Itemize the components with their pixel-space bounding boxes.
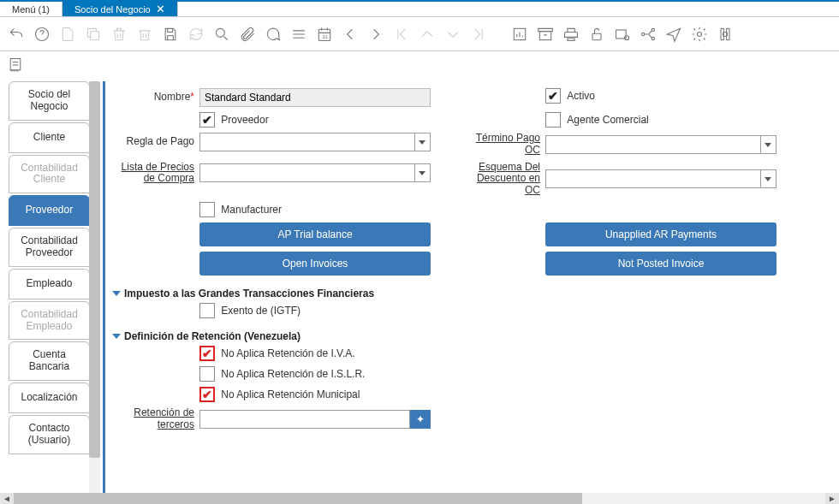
- delete2-icon[interactable]: [135, 25, 154, 44]
- sidetab-proveedor[interactable]: Proveedor: [9, 195, 90, 226]
- side-tabs: Socio del Negocio Cliente Contabilidad C…: [9, 81, 90, 456]
- calendar-icon[interactable]: 31: [315, 25, 334, 44]
- label-activo: Activo: [567, 90, 595, 102]
- close-icon[interactable]: ✕: [156, 3, 165, 15]
- label-regla: Regla de Pago: [114, 136, 199, 148]
- lock-icon[interactable]: [587, 25, 606, 44]
- undo-icon[interactable]: [7, 25, 26, 44]
- new-icon[interactable]: [58, 25, 77, 44]
- list-icon[interactable]: [289, 25, 308, 44]
- label-agente: Agente Comercial: [567, 114, 648, 126]
- window-tabbar: Menú (1) Socio del Negocio ✕: [0, 0, 839, 17]
- first-icon[interactable]: [392, 25, 411, 44]
- tab-menu[interactable]: Menú (1): [0, 2, 62, 16]
- sidetab-scrollbar[interactable]: [89, 81, 100, 496]
- svg-rect-7: [592, 33, 601, 39]
- label-exento: Exento de (IGTF): [221, 305, 300, 317]
- section-retencion-title: Definición de Retención (Venezuela): [124, 330, 300, 342]
- label-lista[interactable]: Lista de Precios de Compra: [114, 162, 199, 186]
- archive-icon[interactable]: [536, 25, 555, 44]
- label-terceros[interactable]: Retención de terceros: [114, 407, 199, 431]
- sidetab-socio[interactable]: Socio del Negocio: [9, 81, 90, 121]
- section-igtf-title: Impuesto a las Grandes Transacciones Fin…: [124, 288, 374, 299]
- prev-icon[interactable]: [341, 25, 360, 44]
- svg-point-11: [652, 28, 654, 31]
- lookup-terceros-button[interactable]: ✦: [410, 410, 431, 429]
- scroll-left-icon[interactable]: ◄: [0, 493, 14, 504]
- form-panel: Nombre Activo Proveedor Agente Comercial: [103, 81, 836, 495]
- tab-socio[interactable]: Socio del Negocio ✕: [62, 2, 178, 16]
- receipt-icon[interactable]: [7, 56, 24, 74]
- label-proveedor: Proveedor: [221, 114, 268, 126]
- down-icon[interactable]: [443, 25, 462, 44]
- label-muni: No Aplica Retención Municipal: [221, 388, 360, 400]
- checkbox-manufacturer[interactable]: [199, 202, 215, 217]
- main-toolbar: 31: [0, 17, 839, 51]
- section-retencion-header[interactable]: Definición de Retención (Venezuela): [114, 327, 810, 346]
- next-icon[interactable]: [366, 25, 385, 44]
- zoom-icon[interactable]: [613, 25, 632, 44]
- sidetab-empleado[interactable]: Empleado: [9, 269, 90, 299]
- button-open-inv[interactable]: Open Invoices: [199, 252, 431, 276]
- button-unapplied[interactable]: Unapplied AR Payments: [545, 222, 777, 246]
- horizontal-scrollbar[interactable]: ◄ ►: [0, 493, 839, 504]
- checkbox-iva[interactable]: [199, 346, 215, 361]
- checkbox-muni[interactable]: [199, 387, 215, 402]
- help-icon[interactable]: [33, 25, 51, 44]
- label-nombre: Nombre: [114, 92, 199, 104]
- refresh-icon[interactable]: [187, 25, 205, 44]
- button-notposted[interactable]: Not Posted Invoice: [545, 252, 777, 276]
- collapse-icon: [112, 291, 121, 296]
- sidetab-contacto[interactable]: Contacto (Usuario): [9, 415, 90, 454]
- up-icon[interactable]: [418, 25, 437, 44]
- checkbox-islr[interactable]: [199, 366, 215, 382]
- svg-point-13: [698, 32, 702, 36]
- label-esquema[interactable]: Esquema Del Descuento en OC: [460, 162, 545, 197]
- checkbox-proveedor[interactable]: [199, 112, 215, 127]
- label-termino[interactable]: Término Pago OC: [460, 133, 545, 157]
- button-ap-trial[interactable]: AP Trial balance: [199, 222, 431, 246]
- checkbox-exento[interactable]: [199, 303, 215, 318]
- sidetab-cont-emp[interactable]: Contabilidad Empleado: [9, 301, 90, 341]
- left-strip: [0, 51, 30, 86]
- input-nombre[interactable]: [199, 88, 431, 107]
- select-regla[interactable]: [199, 133, 431, 151]
- sidetab-cliente[interactable]: Cliente: [9, 122, 90, 153]
- sidetab-loc[interactable]: Localización: [9, 382, 90, 413]
- search-icon[interactable]: [212, 25, 231, 44]
- select-lista[interactable]: [199, 163, 431, 182]
- inspect-icon[interactable]: [716, 25, 735, 44]
- input-terceros[interactable]: [199, 410, 410, 429]
- report-icon[interactable]: [510, 25, 529, 44]
- copy-icon[interactable]: [84, 25, 103, 44]
- label-islr: No Aplica Retención de I.S.L.R.: [221, 368, 365, 380]
- svg-point-2: [216, 28, 224, 37]
- workflow-icon[interactable]: [639, 25, 658, 44]
- save-icon[interactable]: [161, 25, 180, 44]
- select-termino[interactable]: [545, 135, 777, 154]
- delete-icon[interactable]: [110, 25, 128, 44]
- send-icon[interactable]: [664, 25, 683, 44]
- sidetab-cont-prov[interactable]: Contabilidad Proveedor: [9, 228, 90, 267]
- svg-point-10: [642, 33, 645, 35]
- tab-socio-label: Socio del Negocio: [74, 4, 151, 15]
- section-igtf-header[interactable]: Impuesto a las Grandes Transacciones Fin…: [114, 284, 810, 303]
- sidetab-cuenta[interactable]: Cuenta Bancaria: [9, 341, 90, 381]
- last-icon[interactable]: [469, 25, 488, 44]
- attach-icon[interactable]: [238, 25, 257, 44]
- scroll-right-icon[interactable]: ►: [825, 493, 839, 504]
- checkbox-agente[interactable]: [545, 112, 561, 127]
- print-icon[interactable]: [562, 25, 580, 44]
- sidetab-cont-cliente[interactable]: Contabilidad Cliente: [9, 155, 90, 194]
- gear-icon[interactable]: [690, 25, 709, 44]
- tab-menu-label: Menú (1): [12, 4, 50, 15]
- select-esquema[interactable]: [545, 169, 777, 188]
- svg-rect-6: [539, 31, 550, 39]
- svg-rect-1: [91, 31, 99, 39]
- checkbox-activo[interactable]: [545, 88, 561, 104]
- svg-point-12: [652, 37, 654, 39]
- label-manufacturer: Manufacturer: [221, 204, 282, 216]
- chat-icon[interactable]: [264, 25, 283, 44]
- svg-rect-17: [10, 59, 21, 70]
- label-iva: No Aplica Retención de I.V.A.: [221, 347, 354, 359]
